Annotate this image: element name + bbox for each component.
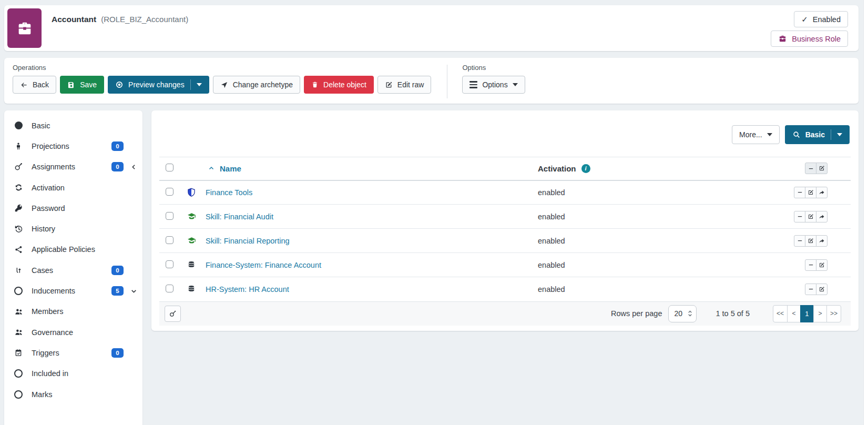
select-all-checkbox[interactable] [166,164,173,171]
button-split-divider [831,129,831,140]
sidebar-item-history[interactable]: History [4,218,142,239]
unassign-all-button[interactable] [805,163,816,174]
graduation-cap-icon [186,212,197,221]
back-button[interactable]: Back [13,76,56,94]
unassign-button[interactable] [805,284,816,295]
chevron-left-icon[interactable] [130,164,137,170]
row-name-link[interactable]: Skill: Financial Reporting [206,237,290,245]
back-button-label: Back [33,80,49,89]
graduation-cap-icon [186,236,197,245]
sidebar-item-applicable-policies[interactable]: Applicable Policies [4,239,142,260]
row-name-link[interactable]: Finance-System: Finance Account [206,261,321,269]
save-icon [67,81,75,89]
spinner-arrows-icon[interactable] [687,310,693,317]
sidebar-item-label: Basic [32,122,50,130]
edit-button[interactable] [805,187,816,198]
sidebar-item-activation[interactable]: Activation [4,177,142,198]
new-assignment-button[interactable] [165,306,181,322]
share-button[interactable] [816,211,828,222]
prev-page-button[interactable]: < [787,305,801,322]
options-dropdown-button[interactable]: Options [462,76,525,94]
chevron-down-icon[interactable] [130,288,137,295]
calendar-check-icon [13,348,24,357]
sidebar-item-inducements[interactable]: Inducements 5 [4,280,142,301]
unassign-button[interactable] [794,211,805,222]
counter-badge: 0 [111,162,124,171]
sidebar-item-marks[interactable]: Marks [4,384,142,404]
button-split-divider [190,79,191,90]
sidebar-item-assignments[interactable]: Assignments 0 [4,157,142,177]
row-checkbox[interactable] [166,188,173,196]
database-icon [186,285,197,294]
sidebar-item-password[interactable]: Password [4,198,142,218]
row-actions [805,284,828,295]
last-page-button[interactable]: >> [826,305,841,322]
inducements-panel: More... Basic [151,110,859,331]
page-size-spinner[interactable]: 20 [668,305,697,322]
name-column-sort[interactable]: Name [208,164,241,173]
details-navigation: Basic Projections 0 Assignments 0 Activa… [4,110,142,425]
assignment-icon [169,310,177,318]
more-button-label: More... [739,130,762,139]
sidebar-item-projections[interactable]: Projections 0 [4,136,142,156]
unassign-button[interactable] [794,187,805,198]
sidebar-item-label: Cases [32,266,53,275]
briefcase-icon [778,34,787,43]
row-checkbox[interactable] [166,212,173,220]
delete-object-button[interactable]: Delete object [304,76,374,94]
edit-button[interactable] [816,284,828,295]
save-button-label: Save [80,80,97,89]
case-flow-icon [13,266,24,275]
person-icon [13,141,24,151]
preview-changes-button[interactable]: Preview changes [108,76,209,94]
unassign-button[interactable] [794,235,805,247]
sidebar-item-basic[interactable]: Basic [4,115,142,136]
caret-down-icon[interactable] [837,133,842,136]
sidebar-item-label: Password [32,204,65,212]
check-icon: ✓ [801,15,808,24]
share-button[interactable] [816,187,828,198]
preview-changes-label: Preview changes [128,80,185,89]
info-icon[interactable]: i [581,164,590,173]
sidebar-item-cases[interactable]: Cases 0 [4,260,142,280]
page-1-button[interactable]: 1 [800,305,814,322]
search-mode-button[interactable]: Basic [785,125,850,144]
edit-raw-button[interactable]: Edit raw [377,76,432,94]
search-icon [792,130,801,139]
options-section-label: Options [462,64,525,72]
save-button[interactable]: Save [60,76,104,94]
first-page-button[interactable]: << [773,305,788,322]
edit-all-button[interactable] [816,163,828,174]
more-dropdown-button[interactable]: More... [732,125,780,144]
row-name-link[interactable]: Skill: Financial Audit [206,212,273,221]
row-name-link[interactable]: HR-System: HR Account [206,285,289,294]
sidebar-item-members[interactable]: Members [4,301,142,322]
unassign-button[interactable] [805,259,816,271]
briefcase-icon [16,19,34,37]
change-archetype-button[interactable]: Change archetype [213,76,300,94]
key-icon [13,204,24,212]
circle-outline-icon [13,390,24,399]
row-checkbox[interactable] [166,285,173,292]
scrollbar[interactable] [863,0,868,425]
sidebar-item-triggers[interactable]: Triggers 0 [4,342,142,363]
sidebar-item-included-in[interactable]: Included in [4,363,142,384]
edit-button[interactable] [805,235,816,247]
row-checkbox[interactable] [166,236,173,244]
table-row: Finance-System: Finance Account enabled [159,253,851,277]
share-button[interactable] [816,235,828,247]
sidebar-item-label: Applicable Policies [32,245,95,254]
users-icon [13,328,24,337]
object-summary-panel: Accountant (ROLE_BIZ_Accountant) ✓ Enabl… [4,5,859,51]
inducements-table: Name Activation i [159,157,851,301]
row-name-link[interactable]: Finance Tools [206,188,252,197]
edit-button[interactable] [805,211,816,222]
sidebar-item-governance[interactable]: Governance [4,322,142,342]
page: Accountant (ROLE_BIZ_Accountant) ✓ Enabl… [0,0,868,425]
hamburger-icon [469,81,477,88]
row-checkbox[interactable] [166,260,173,268]
next-page-button[interactable]: > [813,305,827,322]
caret-down-icon[interactable] [197,83,202,86]
change-archetype-label: Change archetype [233,80,293,89]
edit-button[interactable] [816,259,828,271]
